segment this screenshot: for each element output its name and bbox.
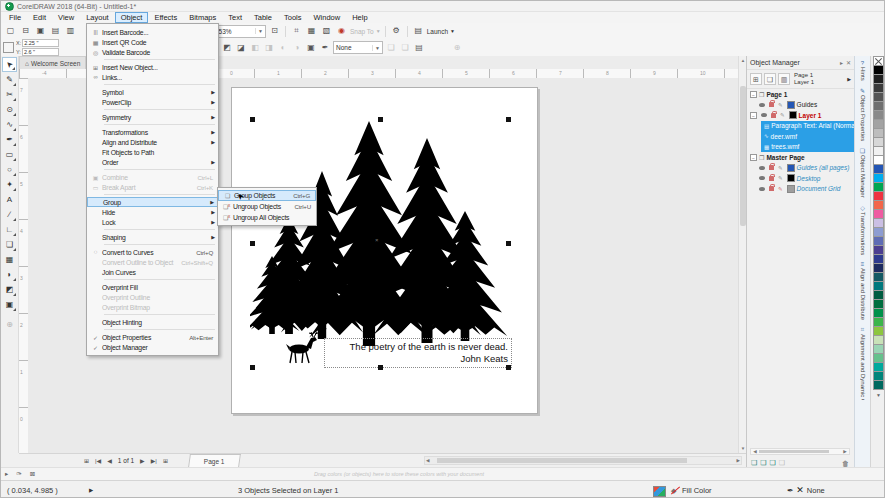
printable-icon[interactable]: ✎ — [778, 165, 783, 171]
zoom-tool[interactable]: ⊙ — [2, 102, 17, 117]
launch-dropdown[interactable]: ▤ Launch ▼ — [412, 25, 455, 37]
menu-item[interactable]: ∞Links... — [87, 72, 218, 82]
selection-handle[interactable] — [250, 365, 255, 370]
lock-icon[interactable] — [771, 113, 776, 118]
menu-effects[interactable]: Effects — [148, 12, 183, 23]
new-master-layer-odd-icon[interactable]: ❏ — [770, 459, 776, 467]
menu-item[interactable]: ✓Object Manager — [87, 342, 218, 352]
tab-welcome-screen[interactable]: ⌂ Welcome Screen — [19, 56, 86, 69]
menu-tools[interactable]: Tools — [278, 12, 308, 23]
selection-handle[interactable] — [506, 241, 511, 246]
no-color-swatch[interactable] — [873, 56, 884, 66]
menu-item[interactable]: Symmetry▶ — [87, 112, 218, 122]
scroll-right-icon[interactable]: ▶ — [737, 457, 740, 465]
trim-icon[interactable]: ◪ — [235, 42, 247, 54]
page-tab[interactable]: Page 1 — [188, 454, 240, 467]
show-rulers-icon[interactable]: ⌗ — [290, 25, 303, 37]
visibility-icon[interactable] — [759, 187, 765, 191]
visibility-icon[interactable] — [759, 176, 765, 180]
collapse-icon[interactable]: − — [750, 154, 757, 161]
ellipse-tool[interactable]: ○ — [2, 162, 17, 177]
printable-icon[interactable]: ✎ — [778, 102, 783, 108]
y-position-field[interactable]: 2.6 " — [22, 48, 59, 56]
menu-item[interactable]: ⊞Insert New Object... — [87, 62, 218, 72]
menu-item[interactable]: Fit Objects to Path — [87, 147, 218, 157]
front-minus-back-icon[interactable]: ◐ — [277, 42, 289, 54]
selection-handle[interactable] — [506, 365, 511, 370]
tree-row-desktop[interactable]: ✎ Desktop — [747, 173, 854, 184]
layer-color-swatch[interactable] — [789, 111, 797, 119]
menu-bitmaps[interactable]: Bitmaps — [183, 12, 222, 23]
page-sorter-icon[interactable]: ⊞ — [81, 457, 92, 464]
color-eyedropper-tool[interactable]: ◗ — [2, 267, 17, 282]
menu-item-ungroup-all[interactable]: ❏Ungroup All Objects — [218, 212, 316, 223]
scrollbar-thumb[interactable] — [759, 450, 829, 453]
first-page-icon[interactable]: |◀ — [92, 457, 104, 464]
open-document-icon[interactable]: ⊟ — [19, 25, 32, 37]
printable-icon[interactable]: ✎ — [778, 186, 783, 192]
scroll-left-icon[interactable]: ◀ — [426, 457, 429, 465]
printable-icon[interactable]: ✎ — [778, 175, 783, 181]
tree-row-page1[interactable]: − ❐ Page 1 — [747, 89, 854, 100]
connector-tool[interactable]: ∟ — [2, 222, 17, 237]
previous-page-icon[interactable]: ◀ — [104, 457, 115, 464]
back-minus-front-icon[interactable]: ◑ — [291, 42, 303, 54]
printable-icon[interactable]: ✎ — [780, 112, 785, 118]
visibility-icon[interactable] — [761, 113, 767, 117]
polygon-tool[interactable]: ✦ — [2, 177, 17, 192]
new-layer-icon[interactable]: ❏ — [751, 459, 757, 467]
show-object-properties-icon[interactable]: ❏ — [764, 73, 776, 85]
scrollbar-thumb[interactable] — [437, 458, 687, 463]
print-document-icon[interactable]: ▤ — [49, 25, 62, 37]
add-page-icon[interactable]: ⊞ — [160, 457, 171, 464]
ungroup-objects-icon[interactable]: ❏ — [399, 42, 411, 54]
menu-item[interactable]: ▦Insert QR Code — [87, 37, 218, 47]
show-guidelines-icon[interactable]: ▧ — [320, 25, 333, 37]
intersect-icon[interactable]: ◧ — [249, 42, 261, 54]
menu-item[interactable]: Align and Distribute▶ — [87, 137, 218, 147]
status-flyout-icon[interactable]: ▶ — [89, 487, 93, 493]
menu-file[interactable]: File — [3, 12, 27, 23]
menu-item[interactable]: Join Curves — [87, 267, 218, 277]
scroll-right-icon[interactable]: ▶ — [841, 449, 849, 454]
palette-flyout-icon[interactable]: ▸ — [1, 470, 12, 478]
visibility-icon[interactable] — [759, 166, 765, 170]
tree-row-trees[interactable]: ▦ trees.wmf — [761, 142, 854, 153]
horizontal-scrollbar[interactable]: ◀ ▶ — [424, 456, 742, 465]
outline-width-combo[interactable]: None ▼ — [333, 41, 383, 54]
interactive-fill-tool[interactable]: ◩ — [2, 282, 17, 297]
layer-color-swatch[interactable] — [787, 164, 795, 172]
vertical-scrollbar[interactable]: ▲ ▼ — [738, 56, 746, 453]
menu-layout[interactable]: Layout — [80, 12, 115, 23]
tree-row-guides-all-pages[interactable]: ✎ Guides (all pages) — [747, 163, 854, 174]
layer-color-swatch[interactable] — [787, 101, 795, 109]
menu-item-group[interactable]: Group▶ — [87, 197, 218, 207]
pick-tool[interactable]: ➤ — [2, 57, 17, 72]
selection-handle[interactable] — [506, 117, 511, 122]
last-page-icon[interactable]: ▶| — [148, 457, 160, 464]
show-grid-icon[interactable]: ▦ — [305, 25, 318, 37]
menu-item[interactable]: PowerClip▶ — [87, 97, 218, 107]
edit-across-layers-icon[interactable]: ▥ — [778, 73, 790, 85]
menu-item[interactable]: Hide▶ — [87, 207, 218, 217]
palette-scroll-down-icon[interactable]: ▼ — [876, 392, 881, 398]
selection-handle[interactable] — [250, 117, 255, 122]
menu-item-group-objects[interactable]: ❏Group ObjectsCtrl+G — [218, 190, 316, 201]
menu-item[interactable]: Shaping▶ — [87, 232, 218, 242]
color-swatch[interactable] — [873, 380, 884, 390]
paste-icon[interactable]: ▥ — [64, 25, 77, 37]
text-tool[interactable]: A — [2, 192, 17, 207]
docker-flyout-icon[interactable]: ▸ — [840, 59, 843, 66]
menu-text[interactable]: Text — [222, 12, 248, 23]
outline-status[interactable]: ✒ ✕ None — [787, 485, 825, 495]
docker-close-icon[interactable]: ✕ — [846, 59, 851, 66]
layer-manager-view-icon[interactable]: ⊞ — [750, 73, 762, 85]
docker-tab-align-distribute[interactable]: ≡Align and Distribute — [860, 259, 866, 322]
tree-row-layer1[interactable]: − ✎ Layer 1 — [747, 110, 854, 121]
selection-handle[interactable] — [378, 365, 383, 370]
menu-item[interactable]: Symbol▶ — [87, 87, 218, 97]
menu-item[interactable]: Overprint Fill — [87, 282, 218, 292]
new-master-layer-all-icon[interactable]: ❏ — [760, 459, 766, 467]
docker-tab-object-manager[interactable]: ❏Object Manager — [860, 145, 866, 200]
menu-item[interactable]: Object Hinting — [87, 317, 218, 327]
